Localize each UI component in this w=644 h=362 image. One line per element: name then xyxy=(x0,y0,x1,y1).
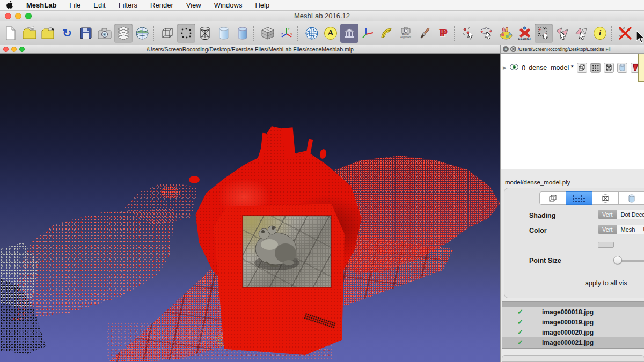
point-size-slider-knob[interactable] xyxy=(613,256,622,264)
raster-alignment-camera-icon[interactable]: Raster Alignment xyxy=(397,24,415,43)
info-icon[interactable]: i xyxy=(591,24,609,43)
menu-item-windows[interactable]: Windows xyxy=(214,1,243,9)
apple-icon[interactable] xyxy=(6,1,13,10)
tab-cylinder[interactable] xyxy=(618,191,644,205)
new-document-icon[interactable] xyxy=(2,24,20,43)
select-faces-icon[interactable] xyxy=(553,24,572,43)
menu-item-filters[interactable]: Filters xyxy=(119,1,137,9)
toolbar-separator xyxy=(153,26,157,41)
smooth-cylinder-icon[interactable] xyxy=(233,24,252,43)
point-cloud-streak xyxy=(282,127,296,158)
panel-detach-icon[interactable] xyxy=(510,46,516,52)
wireframe-cylinder-icon[interactable] xyxy=(196,24,214,43)
text-annotation-icon[interactable]: A xyxy=(321,24,340,43)
viewport-file-path: /Users/ScreenRocording/Desktop/Exercise … xyxy=(0,46,500,53)
tab-points[interactable] xyxy=(566,191,592,205)
georef-icon[interactable]: GEOREF xyxy=(516,24,534,43)
save-icon[interactable] xyxy=(77,24,95,43)
bbox-cube-icon[interactable] xyxy=(158,24,177,43)
layer-wireframe-icon[interactable] xyxy=(604,63,614,73)
color-option-user[interactable]: Us xyxy=(639,225,644,234)
raster-photo-inset xyxy=(243,216,331,287)
expand-arrow-icon[interactable]: ▶ xyxy=(503,65,507,70)
museum-icon[interactable] xyxy=(340,24,358,43)
menu-item-file[interactable]: File xyxy=(69,1,80,9)
window-title-bar: MeshLab 2016.12 xyxy=(0,11,644,21)
menu-item-render[interactable]: Render xyxy=(150,1,173,9)
check-icon: ✓ xyxy=(517,318,526,326)
tab-bbox[interactable] xyxy=(539,191,566,205)
menu-item-help[interactable]: Help xyxy=(255,1,269,9)
globe-grid-icon[interactable] xyxy=(303,24,321,43)
photoshop-pp-icon[interactable]: PP xyxy=(434,24,452,43)
colored-bunny-icon[interactable] xyxy=(497,24,515,43)
layer-points-icon[interactable] xyxy=(590,63,601,73)
layer-panel-window: × /Users/ScreenRocording/Desktop/Exercis… xyxy=(500,45,644,362)
layer-bbox-icon[interactable] xyxy=(577,63,587,73)
menu-item-view[interactable]: View xyxy=(186,1,201,9)
color-option-mesh[interactable]: Mesh xyxy=(617,225,639,234)
flat-cylinder-icon[interactable] xyxy=(215,24,233,43)
main-toolbar: ↻ YXZ A Raster Alignment PP GEOREF i xyxy=(0,21,644,45)
shell-tool-icon[interactable] xyxy=(378,24,396,43)
shading-segmented-control: Vert Dot Decor xyxy=(598,210,644,219)
color-swatch-button[interactable] xyxy=(598,242,614,248)
color-segmented-control: Vert Mesh Us xyxy=(598,225,644,234)
viewport-window: /Users/ScreenRocording/Desktop/Exercise … xyxy=(0,45,500,362)
toolbar-separator xyxy=(454,26,458,41)
list-item-selected[interactable]: ✓image000021.jpg xyxy=(502,337,644,348)
layer-cylinder-icon[interactable] xyxy=(617,63,627,73)
menu-item-edit[interactable]: Edit xyxy=(93,1,105,9)
shading-option-vert[interactable]: Vert xyxy=(598,210,617,219)
layer-name: dense_model * xyxy=(529,64,573,71)
point-gluing-icon[interactable] xyxy=(459,24,478,43)
menu-bar: MeshLab File Edit Filters Render View Wi… xyxy=(0,0,644,11)
ortho-axes-icon[interactable] xyxy=(359,24,377,43)
select-vertices-icon[interactable] xyxy=(535,24,553,43)
3d-viewport[interactable] xyxy=(0,54,500,362)
point-cloud-blob xyxy=(189,176,200,183)
apply-to-all-button[interactable]: apply to all vis xyxy=(585,279,627,287)
list-item-clipped[interactable] xyxy=(502,302,644,307)
snapshot-camera-icon[interactable] xyxy=(96,24,114,43)
delete-selected-points-icon[interactable] xyxy=(616,24,634,43)
menu-app-name[interactable]: MeshLab xyxy=(26,1,56,9)
list-item[interactable]: ✓image000019.jpg xyxy=(502,317,644,327)
shading-label: Shading xyxy=(529,212,555,219)
svg-text:Z: Z xyxy=(281,33,283,36)
toolbar-separator xyxy=(297,26,301,41)
toolbar-separator xyxy=(253,26,257,41)
image-filename: image000020.jpg xyxy=(542,329,594,336)
select-faces-rect-icon[interactable] xyxy=(572,24,590,43)
window-title: MeshLab 2016.12 xyxy=(0,12,644,20)
raster-image-list[interactable]: ✓image000018.jpg ✓image000019.jpg ✓image… xyxy=(502,301,644,349)
layer-row[interactable]: ▶ 0 dense_model * xyxy=(503,61,644,74)
layers-icon[interactable] xyxy=(114,24,133,43)
import-mesh-icon[interactable] xyxy=(39,24,57,43)
render-settings-box: Shading Vert Dot Decor Color Vert Mesh U… xyxy=(504,188,644,298)
layer-list[interactable]: ▶ 0 dense_model * xyxy=(501,54,644,169)
model-label: model/dense_model.ply xyxy=(505,179,570,186)
frog-statue-image xyxy=(243,216,331,287)
reload-icon[interactable]: ↻ xyxy=(58,24,76,43)
paintbrush-icon[interactable] xyxy=(415,24,434,43)
open-project-icon[interactable] xyxy=(20,24,39,43)
svg-text:GEOREF: GEOREF xyxy=(518,37,532,40)
list-item[interactable]: ✓image000018.jpg xyxy=(502,307,644,317)
color-option-vert[interactable]: Vert xyxy=(598,225,617,234)
svg-text:X: X xyxy=(290,33,292,36)
texture-cube-icon[interactable] xyxy=(259,24,277,43)
image-filename: image000019.jpg xyxy=(542,319,594,326)
shading-option-dot-decorator[interactable]: Dot Decor xyxy=(617,210,644,219)
points-render-icon[interactable] xyxy=(177,24,195,43)
check-icon: ✓ xyxy=(517,308,526,316)
pair-alignment-icon[interactable] xyxy=(478,24,496,43)
svg-text:Y: Y xyxy=(288,27,290,31)
trackball-globe-icon[interactable] xyxy=(133,24,151,43)
panel-close-icon[interactable]: × xyxy=(503,46,509,52)
list-item[interactable]: ✓image000020.jpg xyxy=(502,327,644,337)
point-size-label: Point Size xyxy=(529,257,561,264)
visibility-eye-icon[interactable] xyxy=(510,64,518,72)
axes-icon[interactable]: YXZ xyxy=(277,24,296,43)
tab-wireframe[interactable] xyxy=(592,191,619,205)
